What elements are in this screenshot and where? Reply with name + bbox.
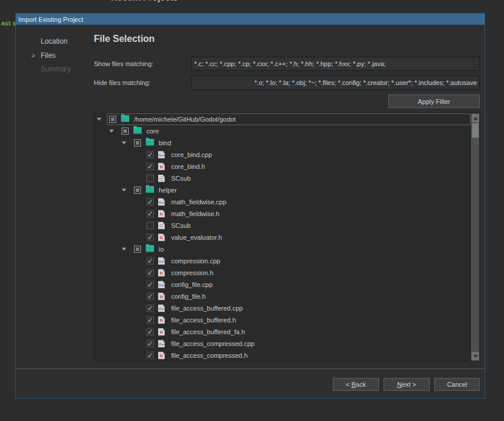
checked-checkbox[interactable]: ✓	[146, 163, 154, 171]
tree-row[interactable]: ✓hfile_access_buffered.h	[94, 314, 470, 326]
checked-checkbox[interactable]: ✓	[146, 257, 154, 265]
file-type-glyph: C++	[159, 200, 163, 204]
tree-row[interactable]: helper	[94, 184, 470, 196]
tree-row[interactable]: ✓hvalue_evaluator.h	[94, 231, 470, 243]
checked-checkbox[interactable]: ✓	[146, 281, 154, 289]
apply-filter-button[interactable]: Apply Filter	[388, 94, 480, 108]
tree-row-label[interactable]: /home/michele/GitHub/Godot/godot	[134, 116, 235, 123]
tree-row-label[interactable]: file_access_buffered.h	[171, 316, 236, 324]
file-type-glyph: C++	[159, 283, 163, 286]
tree-row[interactable]: SCsub	[94, 172, 470, 184]
file-tree-rows: /home/michele/GitHub/Godot/godotcorebind…	[94, 113, 470, 361]
checked-checkbox[interactable]: ✓	[146, 340, 154, 348]
file-type-glyph: C++	[159, 306, 163, 310]
file-type-glyph: C++	[159, 259, 163, 263]
tree-row[interactable]: ✓hcore_bind.h	[94, 161, 470, 172]
tree-row-label[interactable]: core_bind.h	[171, 163, 205, 170]
checked-checkbox[interactable]: ✓	[146, 352, 154, 360]
partial-checkbox[interactable]	[134, 187, 141, 194]
checked-checkbox[interactable]: ✓	[146, 269, 154, 277]
unchecked-checkbox[interactable]	[146, 222, 154, 230]
tree-row-label[interactable]: value_evaluator.h	[171, 234, 222, 241]
folder-icon	[146, 246, 154, 252]
tree-row[interactable]: ✓hmath_fieldwise.h	[94, 208, 470, 220]
folder-icon	[133, 128, 142, 134]
tree-row-label[interactable]: math_fieldwise.cpp	[171, 198, 227, 205]
tree-row[interactable]: core	[94, 125, 470, 137]
tree-row[interactable]: ✓C++file_access_compressed.cpp	[94, 338, 470, 350]
tree-row[interactable]: ✓hcompression.h	[94, 267, 470, 279]
tree-row-label[interactable]: core_bind.cpp	[171, 151, 212, 158]
tree-row-label[interactable]: file_access_buffered.cpp	[171, 305, 243, 312]
step-files-label: Files	[41, 51, 55, 60]
tree-row-label[interactable]: bind	[159, 139, 171, 146]
tree-row[interactable]: ✓C++math_fieldwise.cpp	[94, 196, 470, 208]
checked-checkbox[interactable]: ✓	[146, 316, 154, 324]
tree-row[interactable]: ✓C++config_file.cpp	[94, 279, 470, 291]
scrollbar-down-button[interactable]	[472, 352, 479, 360]
session-link-fragment[interactable]: ast s	[1, 19, 17, 27]
tree-row-label[interactable]: file_access_buffered_fa.h	[171, 328, 245, 335]
tree-scrollbar[interactable]	[470, 113, 479, 361]
tree-row[interactable]: ✓hfile_access_compressed.h	[94, 350, 470, 361]
scrollbar-up-button[interactable]	[472, 114, 479, 122]
step-summary: Summary	[41, 65, 71, 73]
chevron-down-icon[interactable]	[122, 142, 126, 145]
checked-checkbox[interactable]: ✓	[146, 328, 154, 336]
file-type-glyph: h	[160, 318, 163, 323]
tree-row-label[interactable]: SCsub	[171, 222, 191, 229]
cpp-file-icon: C++	[158, 151, 165, 159]
tree-row-label[interactable]: config_file.h	[171, 293, 206, 300]
tree-row[interactable]: SCsub	[94, 220, 470, 231]
file-icon	[158, 175, 165, 182]
scrollbar-thumb[interactable]	[472, 123, 479, 138]
tree-row[interactable]: /home/michele/GitHub/Godot/godot	[94, 113, 470, 125]
tree-row[interactable]: bind	[94, 137, 470, 149]
tree-row[interactable]: ✓C++compression.cpp	[94, 255, 470, 267]
tree-row[interactable]: ✓C++core_bind.cpp	[94, 149, 470, 161]
tree-row-label[interactable]: core	[146, 128, 159, 135]
partial-checkbox[interactable]	[122, 128, 129, 135]
checked-checkbox[interactable]: ✓	[146, 151, 154, 159]
hide-files-input[interactable]: *.o; *.lo; *.la; *.obj; *~; *.files; *.c…	[191, 76, 480, 90]
tree-row-label[interactable]: file_access_compressed.cpp	[171, 340, 254, 347]
tree-row[interactable]: ✓C++file_access_buffered.cpp	[94, 302, 470, 314]
tree-row-label[interactable]: config_file.cpp	[171, 281, 212, 288]
checked-checkbox[interactable]: ✓	[146, 210, 154, 218]
next-button[interactable]: Next >	[384, 378, 430, 391]
back-button[interactable]: < Back	[333, 378, 379, 391]
checked-checkbox[interactable]: ✓	[146, 198, 154, 206]
chevron-down-icon[interactable]	[122, 189, 126, 192]
show-files-input[interactable]: *.c; *.cc; *.cpp; *.cp; *.cxx; *.c++; *.…	[191, 57, 480, 71]
cpp-file-icon: C++	[158, 305, 165, 312]
header-file-icon: h	[158, 293, 165, 301]
checked-checkbox[interactable]: ✓	[146, 305, 154, 312]
cancel-button[interactable]: Cancel	[434, 378, 480, 391]
tree-row[interactable]: io	[94, 243, 470, 255]
tree-row-label[interactable]: math_fieldwise.h	[171, 210, 220, 217]
tree-row[interactable]: ✓hfile_access_buffered_fa.h	[94, 326, 470, 338]
partial-checkbox[interactable]	[134, 246, 141, 253]
dialog-titlebar[interactable]: Import Existing Project	[16, 14, 485, 25]
tree-row-label[interactable]: helper	[159, 187, 177, 194]
checked-checkbox[interactable]: ✓	[146, 293, 154, 301]
tree-row[interactable]: ✓hconfig_file.h	[94, 291, 470, 302]
partial-checkbox[interactable]	[134, 139, 141, 146]
tree-row-label[interactable]: file_access_compressed.h	[171, 352, 248, 359]
header-file-icon: h	[158, 210, 165, 218]
file-type-glyph: h	[160, 294, 163, 299]
chevron-down-icon[interactable]	[97, 118, 102, 121]
file-icon	[158, 222, 165, 230]
chevron-down-icon[interactable]	[122, 248, 126, 251]
file-type-glyph: h	[160, 235, 163, 240]
tree-row-label[interactable]: compression.cpp	[171, 257, 220, 265]
tree-row-label[interactable]: compression.h	[171, 269, 214, 276]
checked-checkbox[interactable]: ✓	[146, 234, 154, 241]
tree-row-label[interactable]: SCsub	[171, 175, 191, 182]
file-type-glyph: h	[160, 270, 163, 276]
partial-checkbox[interactable]	[109, 116, 116, 123]
current-step-chevron-icon: >	[31, 51, 35, 60]
unchecked-checkbox[interactable]	[146, 175, 154, 182]
chevron-down-icon[interactable]	[109, 130, 114, 133]
tree-row-label[interactable]: io	[159, 246, 164, 253]
